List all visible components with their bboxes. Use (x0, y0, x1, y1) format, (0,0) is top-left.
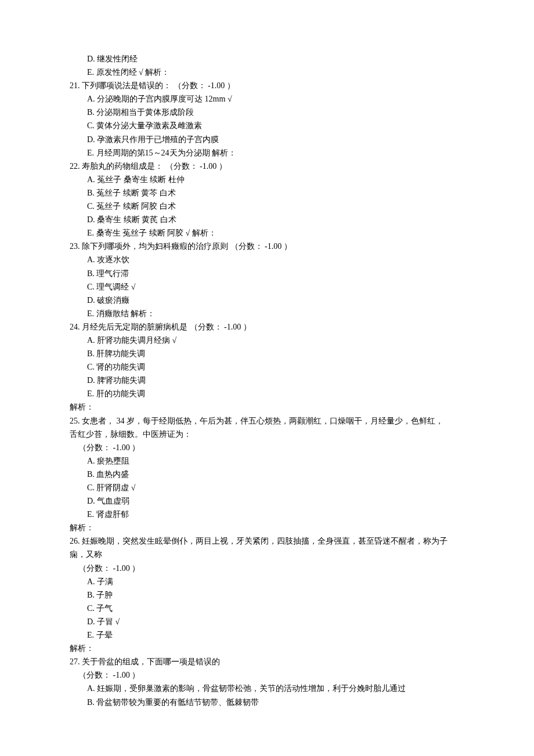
option-e: E. 肾虚肝郁 (70, 508, 461, 521)
analysis-label: 解析： (70, 521, 461, 534)
option-a: A. 菟丝子 桑寄生 续断 杜仲 (70, 173, 461, 186)
option-e: E. 月经周期的第15～24天为分泌期 解析： (70, 146, 461, 160)
question-26-stem: 26. 妊娠晚期，突然发生眩晕倒仆，两目上视，牙关紧闭，四肢抽搐，全身强直，甚至… (70, 534, 461, 548)
option-a: A. 攻逐水饮 (70, 253, 461, 266)
option-c: C. 理气调经 √ (70, 280, 461, 294)
question-25-stem-cont: 舌红少苔，脉细数。中医辨证为： (70, 428, 461, 441)
option-e: E. 消癥散结 解析： (70, 307, 461, 320)
question-24-stem: 24. 月经先后无定期的脏腑病机是 （分数： -1.00 ） (70, 320, 461, 334)
option-e: E. 肝的功能失调 (70, 387, 461, 400)
option-b: B. 血热内盛 (70, 468, 461, 481)
score-line: （分数： -1.00 ） (70, 562, 461, 575)
option-d: D. 破瘀消癥 (70, 294, 461, 307)
option-d: D. 孕激素只作用于已增殖的子宫内膜 (70, 133, 461, 146)
option-b: B. 肝脾功能失调 (70, 347, 461, 360)
option-c: C. 肾的功能失调 (70, 360, 461, 374)
option-d: D. 子冒 √ (70, 615, 461, 628)
option-a: A. 分泌晚期的子宫内膜厚度可达 12mm √ (70, 92, 461, 106)
option-d: D. 气血虚弱 (70, 494, 461, 508)
option-d: D. 脾肾功能失调 (70, 374, 461, 387)
question-22-stem: 22. 寿胎丸的药物组成是： （分数： -1.00 ） (70, 160, 461, 173)
option-d: D. 桑寄生 续断 黄芪 白术 (70, 213, 461, 226)
document-page: D. 继发性闭经E. 原发性闭经 √ 解析：21. 下列哪项说法是错误的： （分… (70, 52, 461, 709)
question-21-stem: 21. 下列哪项说法是错误的： （分数： -1.00 ） (70, 79, 461, 92)
analysis-label: 解析： (70, 642, 461, 655)
option-a: A. 瘀热壅阻 (70, 454, 461, 468)
option-a: A. 子满 (70, 575, 461, 588)
question-26-stem-cont: 痫，又称 (70, 548, 461, 561)
question-27-stem: 27. 关于骨盆的组成，下面哪一项是错误的 (70, 655, 461, 668)
option-e: E. 原发性闭经 √ 解析： (70, 66, 461, 79)
option-c: C. 黄体分泌大量孕激素及雌激素 (70, 119, 461, 132)
score-line: （分数： -1.00 ） (70, 668, 461, 682)
option-e: E. 桑寄生 菟丝子 续断 阿胶 √ 解析： (70, 226, 461, 240)
question-25-stem: 25. 女患者， 34 岁，每于经期低热，午后为甚，伴五心烦热，两颧潮红，口燥咽… (70, 414, 461, 428)
option-a: A. 妊娠期，受卵巢激素的影响，骨盆韧带松弛，关节的活动性增加，利于分娩时胎儿通… (70, 682, 461, 695)
option-b: B. 子肿 (70, 588, 461, 602)
option-c: C. 子气 (70, 602, 461, 615)
option-a: A. 肝肾功能失调月经病 √ (70, 334, 461, 347)
analysis-label: 解析： (70, 400, 461, 414)
option-e: E. 子晕 (70, 628, 461, 642)
option-b: B. 理气行滞 (70, 267, 461, 280)
option-d: D. 继发性闭经 (70, 52, 461, 66)
option-b: B. 分泌期相当于黄体形成阶段 (70, 106, 461, 119)
question-23-stem: 23. 除下列哪项外，均为妇科癥瘕的治疗原则 （分数： -1.00 ） (70, 240, 461, 253)
option-b: B. 骨盆韧带较为重要的有骶结节韧带、骶棘韧带 (70, 696, 461, 709)
option-c: C. 肝肾阴虚 √ (70, 481, 461, 494)
score-line: （分数： -1.00 ） (70, 441, 461, 454)
option-c: C. 菟丝子 续断 阿胶 白术 (70, 200, 461, 213)
option-b: B. 菟丝子 续断 黄芩 白术 (70, 186, 461, 200)
